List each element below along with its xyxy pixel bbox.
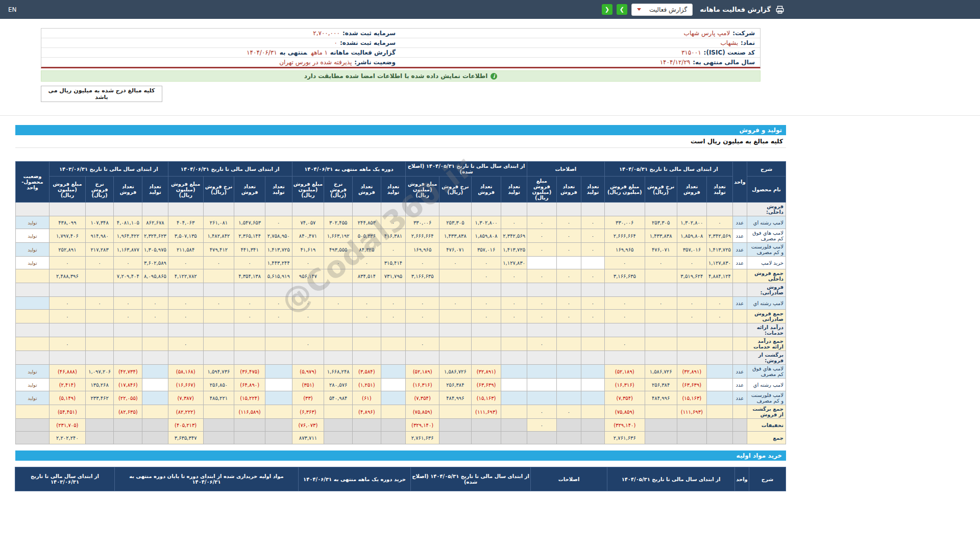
materials-column-header: اصلاحات: [531, 467, 607, 491]
status-cell: [16, 297, 50, 310]
value-cell: [381, 405, 406, 419]
cell: [581, 351, 605, 365]
value-cell: ۰: [406, 337, 439, 351]
value-cell: ۲۸۰,۵۷۶: [324, 379, 353, 391]
value-cell: (۱۵,۲۲۴): [234, 391, 265, 405]
cell: [265, 323, 292, 337]
cell: [732, 323, 747, 337]
section-header-production[interactable]: تولید و فروش: [15, 125, 786, 135]
column-subheader: مبلغ فروش (میلیون ریال): [604, 177, 645, 203]
cell: [49, 203, 85, 216]
cell: [168, 323, 203, 337]
unit-cell: [732, 337, 747, 351]
value-cell: (۷۶,۰۷۳): [292, 419, 324, 432]
cell: [471, 323, 501, 337]
value-cell: ۲,۶۶۶,۶۶۴: [406, 229, 439, 243]
value-cell: [556, 365, 581, 379]
value-cell: [324, 432, 353, 444]
unit-cell: [732, 405, 747, 419]
section-header-materials[interactable]: خرید مواد اولیه: [15, 450, 786, 461]
value-cell: ۱,۴۴۳,۲۴۴: [265, 257, 292, 269]
status-cell: تولید: [16, 257, 50, 269]
value-cell: ۰: [168, 297, 203, 310]
value-cell: ۰: [604, 257, 645, 269]
value-cell: ۰: [265, 310, 292, 323]
cell: [324, 203, 353, 216]
language-toggle[interactable]: EN: [8, 6, 17, 13]
cell: [49, 323, 85, 337]
printer-icon[interactable]: [775, 5, 785, 14]
info-row: سال مالی منتهی به:۱۴۰۴/۱۲/۲۹وضعیت ناشر:پ…: [41, 58, 760, 67]
cell: [581, 323, 605, 337]
value-cell: [265, 432, 292, 444]
value-cell: (۱۵,۱۶۳): [471, 391, 501, 405]
value-cell: ۱,۵۸۶,۷۲۶: [439, 365, 472, 379]
cell: [645, 283, 677, 297]
value-cell: [556, 337, 581, 351]
info-label: منتهی به: [280, 49, 307, 56]
info-value-link[interactable]: بشهاب: [720, 39, 738, 46]
product-name-cell: خرید لامپ: [747, 257, 786, 269]
cell: [234, 323, 265, 337]
value-cell: (۲۲,۰۵۵): [114, 391, 142, 405]
info-row: نماد:بشهابسرمایه ثبت نشده:۰: [41, 38, 760, 48]
product-name-cell: تخفیفات: [747, 419, 786, 432]
value-cell: ۴۸۴,۹۹۶: [439, 391, 472, 405]
value-cell: ۰: [527, 269, 557, 283]
product-name-cell: جمع فروش صادراتی: [747, 310, 786, 323]
value-cell: [439, 310, 472, 323]
value-cell: [707, 391, 733, 405]
value-cell: [501, 379, 527, 391]
value-cell: ۱,۴۱۳,۷۲۵: [707, 243, 733, 257]
cell: [234, 283, 265, 297]
value-cell: (۱۶,۳۱۶): [406, 379, 439, 391]
value-cell: ۰: [581, 297, 605, 310]
value-cell: ۰: [292, 310, 324, 323]
value-cell: ۰: [501, 269, 527, 283]
product-name-cell: لامپ رشته اي: [747, 297, 786, 310]
nav-forward-button[interactable]: ❯: [617, 4, 627, 15]
report-type-dropdown[interactable]: گزارش فعالیت: [631, 4, 693, 16]
column-subheader: تعداد فروش: [114, 177, 142, 203]
value-cell: ۰: [556, 243, 581, 257]
value-cell: ۰: [114, 257, 142, 269]
value-cell: ۰: [324, 297, 353, 310]
cell: [324, 283, 353, 297]
signature-notice-text: اطلاعات نمایش داده شده با اطلاعات امضا ش…: [304, 72, 488, 80]
value-cell: ۰: [581, 216, 605, 229]
value-cell: [234, 419, 265, 432]
cell: [16, 323, 50, 337]
value-cell: ۰: [292, 337, 324, 351]
value-cell: (۳۲۹,۱۴۰): [406, 419, 439, 432]
nav-back-button[interactable]: ❮: [602, 4, 612, 15]
column-group-header-sharh: شرح: [747, 162, 786, 177]
value-cell: [556, 432, 581, 444]
value-cell: [381, 432, 406, 444]
table-row: لامپ هاي فوق کم مصرفعدد۲,۳۴۲,۵۶۹۱,۸۵۹,۸۰…: [16, 229, 786, 243]
cell: [114, 323, 142, 337]
unit-cell: عدد: [732, 229, 747, 243]
cell: [501, 323, 527, 337]
value-cell: ۰: [203, 257, 234, 269]
unit-cell: [732, 432, 747, 444]
column-subheader: مبلغ فروش (میلیون ریال): [292, 177, 324, 203]
value-cell: ۳,۵۱۹,۶۲۴: [677, 269, 707, 283]
info-value-link[interactable]: لامپ پارس شهاب: [684, 30, 730, 37]
status-cell: تولید: [16, 229, 50, 243]
cell: [16, 203, 50, 216]
status-cell: [16, 405, 50, 419]
value-cell: ۰: [471, 269, 501, 283]
value-cell: [501, 391, 527, 405]
cell: [604, 351, 645, 365]
value-cell: ۵,۶۱۵,۹۱۹: [265, 269, 292, 283]
materials-column-header: مواد اولیه خریداری شده از ابتدای دوره تا…: [115, 467, 299, 491]
value-cell: ۴,۱۲۲,۷۸۲: [168, 269, 203, 283]
value-cell: ۴۴۱,۳۴۱: [234, 243, 265, 257]
cell: [677, 283, 707, 297]
value-cell: ۰: [168, 310, 203, 323]
cell: [406, 351, 439, 365]
column-subheader: تعداد تولید: [501, 177, 527, 203]
value-cell: [501, 405, 527, 419]
cell: [49, 351, 85, 365]
table-row: جمع فروش داخلی۴,۸۸۴,۱۲۴۳,۵۱۹,۶۲۴۳,۱۶۶,۶۳…: [16, 269, 786, 283]
